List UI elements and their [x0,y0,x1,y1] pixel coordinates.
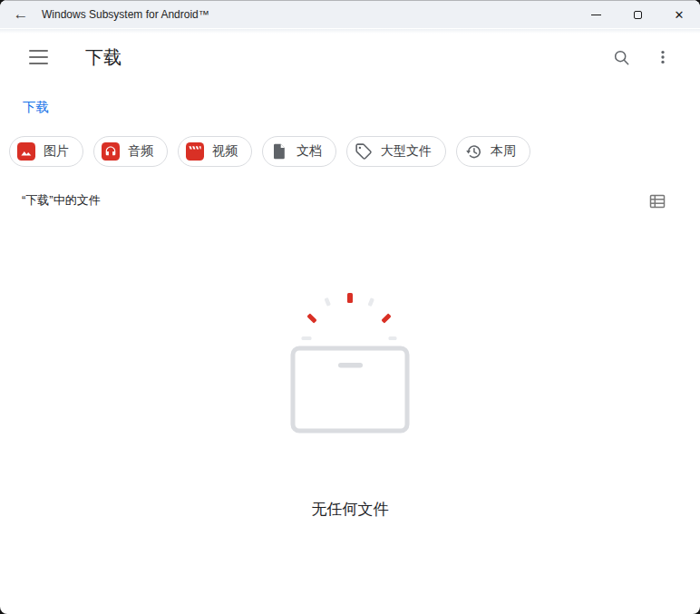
filter-chips: 图片 音频 视频 文档 [9,136,530,167]
document-icon [270,142,288,161]
image-icon [17,142,35,161]
chip-label: 视频 [212,143,238,160]
video-icon [186,142,204,161]
chip-label: 音频 [128,143,153,160]
close-button[interactable]: ✕ [658,1,700,29]
search-icon [612,48,631,67]
empty-state-message: 无任何文件 [0,499,700,520]
titlebar: ← Windows Subsystem for Android™ ✕ [0,0,700,28]
tag-icon [355,142,373,161]
empty-drawer-illustration [281,286,419,439]
window-title: Windows Subsystem for Android™ [42,8,209,21]
hamburger-icon [29,50,48,52]
grid-view-icon [648,192,666,210]
breadcrumb-item-downloads[interactable]: 下载 [23,100,49,114]
section-label: “下载”中的文件 [22,192,101,209]
audio-icon [102,142,120,161]
filter-chip-large-files[interactable]: 大型文件 [346,136,446,167]
back-button[interactable]: ← [7,1,34,29]
chip-label: 图片 [44,143,69,160]
breadcrumb: 下载 [23,99,49,116]
page-title: 下载 [85,45,122,70]
filter-chip-this-week[interactable]: 本周 [456,136,530,167]
chip-label: 文档 [297,143,322,160]
history-icon [464,142,482,161]
chip-label: 本周 [491,143,516,160]
back-icon: ← [14,5,29,24]
search-button[interactable] [609,45,633,69]
more-options-button[interactable] [652,45,674,69]
menu-button[interactable] [28,49,50,65]
filter-chip-audio[interactable]: 音频 [93,136,168,167]
close-icon: ✕ [675,9,685,21]
minimize-icon [591,15,601,15]
minimize-button[interactable] [575,1,617,29]
filter-chip-images[interactable]: 图片 [9,136,83,167]
chip-label: 大型文件 [381,143,432,160]
more-vert-icon [654,48,672,66]
filter-chip-documents[interactable]: 文档 [262,136,336,167]
wsa-window: ← Windows Subsystem for Android™ ✕ 下载 [0,0,700,614]
grid-view-toggle-button[interactable] [646,190,669,213]
filter-chip-videos[interactable]: 视频 [178,136,252,167]
window-controls: ✕ [575,1,700,29]
maximize-icon [634,11,642,19]
maximize-button[interactable] [617,1,658,29]
